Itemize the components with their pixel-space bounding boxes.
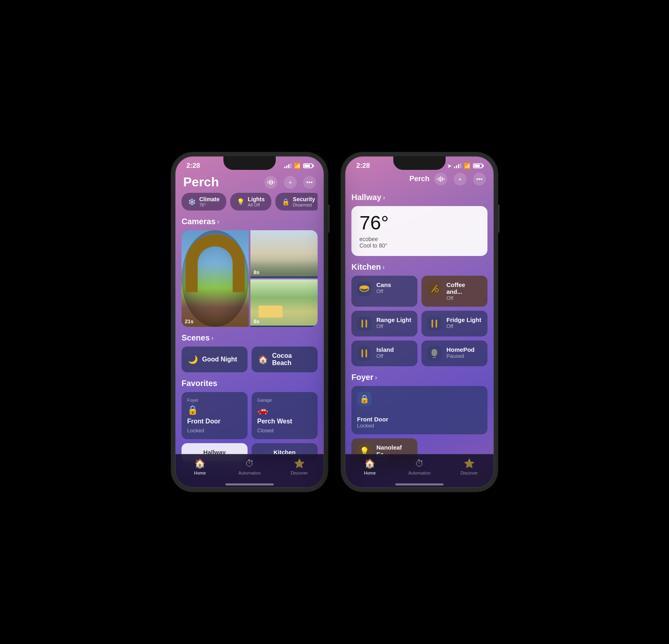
device-front-door-foyer[interactable]: 🔒 Front Door Locked [351, 386, 487, 434]
status-icons-2: ➤ 📶 [447, 163, 483, 169]
device-coffee[interactable]: Coffee and... Off [421, 276, 487, 307]
pill-lights[interactable]: 💡 Lights All Off [230, 193, 271, 211]
waveform-btn-1[interactable] [264, 176, 277, 189]
cocoa-beach-btn[interactable]: 🏠 Cocoa Beach [252, 347, 318, 372]
camera-grid: 21s 8s 6s [182, 230, 318, 327]
thermostat-card[interactable]: 76° ecobee Cool to 80° [351, 206, 487, 256]
pill-climate[interactable]: ❄️ Climate 76° [182, 193, 226, 211]
home-tab-icon-1: 🏠 [194, 458, 205, 469]
front-door-lock-icon: 🔒 [187, 405, 198, 415]
lights-sub: All Off [248, 202, 265, 207]
svg-rect-8 [442, 177, 443, 181]
svg-rect-9 [444, 178, 444, 180]
tab-home-1[interactable]: 🏠 Home [175, 458, 225, 475]
category-pills: ❄️ Climate 76° 💡 Lights All Off 🔒 [182, 193, 318, 211]
device-fridge-light[interactable]: Fridge Light Off [421, 311, 487, 336]
tab-bar-1: 🏠 Home ⏱ Automation ⭐ Discover [175, 454, 324, 488]
camera-cell-driveway[interactable]: 8s [250, 230, 318, 278]
status-bar-1: 2:28 📶 [175, 156, 324, 173]
island-status: Off [376, 353, 394, 359]
good-night-btn[interactable]: 🌙 Good Night [182, 347, 248, 372]
wifi-icon-1: 📶 [294, 163, 301, 169]
more-btn-1[interactable]: ••• [303, 176, 316, 189]
svg-point-11 [360, 286, 369, 289]
kitchen-device-grid: Cans Off Coffee and... Off [351, 276, 487, 366]
home-indicator-1 [225, 483, 274, 485]
scroll-content-1[interactable]: ❄️ Climate 76° 💡 Lights All Off 🔒 [175, 193, 324, 480]
discover-tab-icon-1: ⭐ [294, 458, 305, 469]
add-btn-2[interactable]: + [454, 173, 467, 186]
fav-garage-door[interactable]: Garage 🚗 Perch West Closed [252, 392, 318, 439]
svg-rect-1 [269, 180, 270, 184]
front-door-foyer-status: Locked [357, 423, 388, 429]
signal-bars-2 [454, 163, 461, 168]
svg-rect-3 [272, 180, 273, 184]
svg-rect-13 [361, 320, 363, 328]
front-door-status: Locked [187, 427, 242, 433]
tab-discover-2[interactable]: ⭐ Discover [444, 458, 494, 475]
kitchen-chevron: › [382, 264, 384, 271]
device-range-light[interactable]: Range Light Off [351, 311, 417, 336]
phone1-title: Perch [183, 175, 219, 190]
scenes-section-header[interactable]: Scenes › [182, 333, 318, 343]
tab-automation-1[interactable]: ⏱ Automation [225, 458, 274, 475]
tab-automation-2[interactable]: ⏱ Automation [394, 458, 444, 475]
svg-rect-16 [436, 320, 437, 328]
svg-rect-0 [267, 182, 268, 183]
nav-icons-2[interactable]: + ••• [434, 173, 486, 186]
fridge-light-status: Off [446, 323, 481, 329]
front-door-name: Front Door [187, 418, 242, 425]
front-door-foyer-icon: 🔒 [357, 392, 372, 406]
svg-rect-20 [433, 357, 436, 358]
cans-icon-wrap [357, 281, 372, 296]
home-tab-label-1: Home [194, 471, 206, 475]
front-door-foyer-label: Front Door [357, 416, 388, 423]
favorites-grid: Foyer 🔒 Front Door Locked Garage 🚗 Perch… [182, 392, 318, 439]
cameras-section-header[interactable]: Cameras › [182, 217, 318, 226]
range-light-status: Off [376, 323, 411, 329]
device-homepod[interactable]: HomePod Paused [421, 341, 487, 366]
good-night-icon: 🌙 [188, 355, 198, 364]
camera-cell-backyard[interactable]: 6s [250, 279, 318, 327]
device-island[interactable]: Island Off [351, 341, 417, 366]
automation-tab-icon-2: ⏱ [415, 458, 424, 469]
foyer-label: Foyer [351, 373, 373, 382]
coffee-status: Off [446, 295, 482, 301]
garage-door-icon: 🚗 [257, 405, 268, 415]
cameras-chevron: › [217, 218, 219, 225]
svg-rect-14 [365, 320, 367, 328]
automation-tab-icon-1: ⏱ [245, 458, 254, 469]
nav-icons-1[interactable]: + ••• [264, 176, 316, 189]
homepod-label: HomePod [446, 346, 475, 353]
hallway-section-header[interactable]: Hallway › [351, 193, 487, 202]
svg-rect-4 [274, 182, 275, 183]
camera-cell-doorbell[interactable]: 21s [182, 230, 249, 327]
cameras-label: Cameras [182, 217, 216, 226]
device-cans[interactable]: Cans Off [351, 276, 417, 307]
range-light-label: Range Light [376, 316, 411, 323]
nav-header-1: Perch + ••• [175, 173, 324, 193]
island-icon-wrap [357, 346, 372, 361]
status-time-1: 2:28 [186, 162, 200, 170]
scroll-content-2[interactable]: Hallway › 76° ecobee Cool to 80° Kitchen… [345, 186, 494, 474]
foyer-section-header[interactable]: Foyer › [351, 373, 487, 382]
security-icon: 🔒 [282, 198, 290, 206]
phone2-title: Perch [409, 175, 429, 183]
hallway-chevron: › [383, 194, 385, 201]
home-tab-label-2: Home [364, 471, 376, 475]
kitchen-section-header[interactable]: Kitchen › [351, 262, 487, 272]
status-icons-1: 📶 [284, 163, 313, 169]
fav-front-door[interactable]: Foyer 🔒 Front Door Locked [182, 392, 248, 439]
wifi-icon-2: 📶 [464, 163, 471, 169]
range-light-icon-wrap [357, 316, 372, 331]
more-btn-2[interactable]: ••• [473, 173, 486, 186]
home-indicator-2 [395, 483, 444, 485]
tab-home-2[interactable]: 🏠 Home [345, 458, 394, 475]
pill-security[interactable]: 🔒 Security Disarmed [275, 193, 318, 211]
svg-rect-17 [361, 349, 363, 357]
waveform-btn-2[interactable] [434, 173, 447, 186]
tab-discover-1[interactable]: ⭐ Discover [275, 458, 324, 475]
automation-tab-label-2: Automation [408, 471, 431, 475]
add-btn-1[interactable]: + [284, 176, 297, 189]
location-arrow-icon: ➤ [447, 163, 452, 169]
